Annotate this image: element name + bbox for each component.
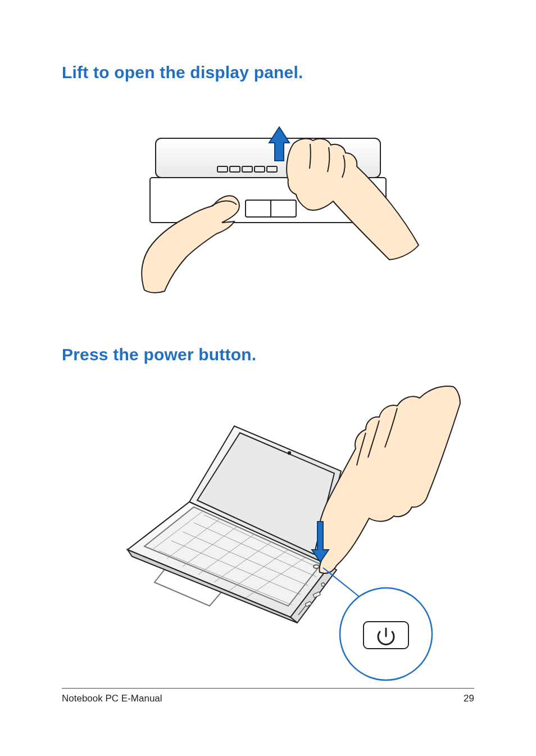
footer-title: Notebook PC E-Manual [62,693,162,704]
svg-point-26 [314,565,319,568]
page-number: 29 [464,693,474,704]
heading-lift-display: Lift to open the display panel. [62,63,474,82]
manual-page: Lift to open the display panel. [0,0,536,756]
illustration-lift-display [111,116,425,296]
heading-press-power: Press the power button. [62,345,474,364]
illustration-press-power [105,381,465,685]
hand-right [287,139,419,260]
footer-rule [62,688,474,689]
hand-pressing [317,386,460,573]
svg-point-9 [288,452,290,454]
page-footer: Notebook PC E-Manual 29 [62,688,474,704]
power-callout [340,588,432,680]
svg-point-25 [321,583,325,586]
